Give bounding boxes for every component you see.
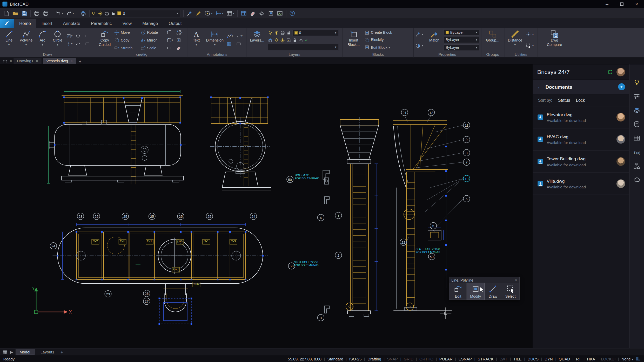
ribbon-tab-home[interactable]: Home bbox=[14, 19, 36, 28]
layer-state-icon[interactable] bbox=[268, 38, 273, 43]
status-workspace[interactable]: Drafting bbox=[367, 357, 381, 361]
layer-on-icon[interactable] bbox=[268, 30, 273, 35]
balloon-1[interactable]: 1 bbox=[335, 212, 342, 219]
balloon-25[interactable]: 25 bbox=[93, 213, 100, 220]
status-toggle-hka[interactable]: HKA bbox=[587, 357, 595, 361]
new-drawing-tab-button[interactable]: + bbox=[78, 58, 83, 63]
document-row[interactable]: Elevator.dwg Available for download bbox=[533, 106, 629, 128]
tips-bulb-icon[interactable] bbox=[633, 79, 640, 86]
layer-unisolate-icon[interactable] bbox=[280, 38, 285, 43]
balloon-50[interactable]: 50 bbox=[286, 176, 293, 183]
maximize-button[interactable] bbox=[614, 0, 629, 8]
doc-tab-vessels[interactable]: Vessels.dwg × bbox=[43, 58, 76, 64]
print-icon[interactable] bbox=[34, 10, 40, 17]
quad-tab-draw[interactable]: Draw bbox=[484, 283, 502, 299]
nozzle-label-G-5[interactable]: G-5 bbox=[172, 267, 179, 272]
tab-overflow-handle[interactable] bbox=[2, 59, 8, 63]
balloon-9[interactable]: 9 bbox=[463, 136, 470, 143]
layer-state-dropdown[interactable]: ▾ bbox=[268, 44, 338, 50]
rotate-tool[interactable]: Rotate bbox=[140, 29, 165, 36]
balloon-4[interactable]: 4 bbox=[317, 214, 324, 221]
status-grid-icon[interactable] bbox=[636, 356, 641, 361]
selection-filter[interactable]: None ▾ bbox=[621, 357, 633, 361]
nozzle-label-G-1[interactable]: G-1 bbox=[202, 239, 210, 244]
balloon-23[interactable]: 23 bbox=[105, 290, 112, 297]
dimension-tool[interactable]: Dimension▾ bbox=[205, 29, 225, 51]
copy-tool[interactable]: Copy bbox=[114, 37, 139, 44]
new-layout-button[interactable]: + bbox=[61, 350, 63, 354]
status-toggle-snap[interactable]: SNAP bbox=[387, 357, 398, 361]
layer-translucent-icon[interactable] bbox=[80, 10, 86, 17]
close-drawing-icon[interactable]: × bbox=[10, 59, 12, 63]
wipeout-tool[interactable] bbox=[236, 40, 244, 47]
layer-plot-icon[interactable] bbox=[280, 30, 285, 35]
minimize-button[interactable]: – bbox=[600, 0, 614, 8]
ribbon-tab-output[interactable]: Output bbox=[163, 19, 187, 28]
close-button[interactable]: × bbox=[629, 0, 644, 8]
close-tab-icon[interactable]: × bbox=[70, 59, 72, 63]
polyline-tool[interactable]: Polyline▾ bbox=[18, 29, 34, 51]
status-toggle-ducs[interactable]: DUCS bbox=[528, 357, 539, 361]
close-icon[interactable]: × bbox=[515, 278, 517, 282]
match-properties-tool[interactable]: Match bbox=[427, 29, 442, 51]
edit-pencil-icon[interactable] bbox=[196, 10, 202, 17]
entity-snap-icon[interactable]: ▾ bbox=[205, 10, 213, 17]
sort-status-option[interactable]: Status bbox=[558, 98, 570, 103]
balloon-12[interactable]: 12 bbox=[428, 109, 435, 116]
ribbon-tab-parametric[interactable]: Parametric bbox=[85, 19, 117, 28]
match-brush-icon[interactable] bbox=[186, 10, 193, 17]
document-row[interactable]: HVAC.dwg Available for download bbox=[533, 128, 629, 151]
trim-tool[interactable] bbox=[167, 29, 175, 36]
plot-icon[interactable] bbox=[43, 10, 49, 17]
layout1-tab[interactable]: Layout1 bbox=[37, 349, 58, 355]
ribbon-tab-manage[interactable]: Manage bbox=[137, 19, 163, 28]
download-icon[interactable] bbox=[537, 114, 544, 120]
snap-settings-icon[interactable]: ▾ bbox=[226, 10, 234, 17]
erase-tool[interactable] bbox=[176, 44, 185, 52]
linetype-dropdown[interactable]: ByLayer▾ bbox=[444, 37, 479, 43]
doc-tab-drawing1[interactable]: Drawing1 × bbox=[14, 58, 42, 64]
balloon-24[interactable]: 24 bbox=[50, 242, 57, 249]
leader-tool[interactable]: ▾ bbox=[227, 32, 235, 40]
drawing-canvas[interactable]: Y X 232525252525242423262750412503211211… bbox=[0, 64, 533, 348]
panel-menu-icon[interactable]: ⋯ bbox=[635, 59, 642, 63]
circle-tool[interactable]: Circle▾ bbox=[51, 29, 64, 51]
layer-isolate-icon[interactable] bbox=[274, 38, 279, 43]
balloon-3[interactable]: 3 bbox=[317, 314, 324, 321]
spray-properties-tool[interactable]: ▾ bbox=[415, 31, 425, 38]
user-avatar[interactable] bbox=[616, 67, 625, 76]
point-tool[interactable]: ▾ bbox=[66, 40, 75, 47]
model-tab[interactable]: Model bbox=[16, 349, 35, 355]
balloon-2[interactable]: 2 bbox=[335, 252, 342, 259]
balloon-11[interactable]: 11 bbox=[463, 122, 470, 129]
group-tool[interactable]: Group... bbox=[483, 29, 502, 51]
balloon-10[interactable]: 10 bbox=[463, 175, 470, 182]
layers-panel-icon[interactable] bbox=[633, 107, 640, 114]
download-icon[interactable] bbox=[537, 136, 544, 142]
status-dimstyle[interactable]: ISO-25 bbox=[349, 357, 362, 361]
nozzle-label-G-4[interactable]: G-4 bbox=[176, 239, 184, 244]
strip-handle[interactable]: ⋯ bbox=[635, 68, 639, 72]
ribbon-tab-insert[interactable]: Insert bbox=[36, 19, 58, 28]
layers-manager-button[interactable]: Layers... bbox=[248, 29, 266, 51]
spline-tool[interactable] bbox=[76, 40, 84, 47]
mirror-tool[interactable]: Mirror bbox=[140, 37, 165, 44]
offset-tool[interactable] bbox=[167, 44, 175, 52]
documents-header[interactable]: ← Documents + bbox=[533, 79, 629, 94]
nozzle-label-G-2[interactable]: G-2 bbox=[91, 239, 99, 244]
redo-icon[interactable]: ▾ bbox=[66, 10, 74, 17]
new-file-icon[interactable] bbox=[3, 10, 10, 17]
create-block-tool[interactable]: Create Block bbox=[364, 29, 410, 36]
rectangle-tool[interactable] bbox=[85, 32, 93, 40]
layer-check-icon[interactable]: ✓ bbox=[305, 37, 309, 43]
undo-icon[interactable]: ▾ bbox=[55, 10, 63, 17]
layer-freeze-icon[interactable] bbox=[274, 30, 279, 35]
status-toggle-tile[interactable]: TILE bbox=[513, 357, 522, 361]
text-tool[interactable]: Text▾ bbox=[190, 29, 203, 51]
ribbon-tab-view[interactable]: View bbox=[117, 19, 137, 28]
lineweight-dropdown[interactable]: ByLayer▾ bbox=[444, 44, 479, 51]
close-tab-icon[interactable]: × bbox=[36, 59, 38, 63]
refresh-icon[interactable] bbox=[607, 69, 613, 75]
layer-walk-icon[interactable] bbox=[299, 38, 304, 43]
quad-tab-select[interactable]: Select bbox=[502, 283, 519, 299]
